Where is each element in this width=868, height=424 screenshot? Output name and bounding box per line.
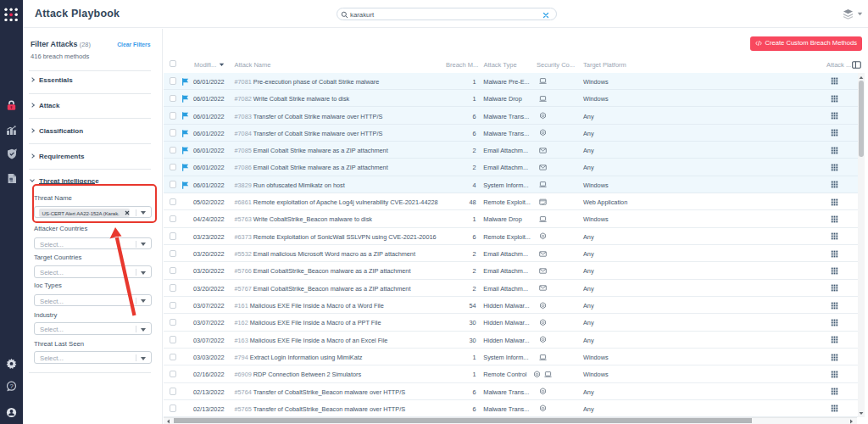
svg-text:?: ? — [9, 382, 13, 390]
